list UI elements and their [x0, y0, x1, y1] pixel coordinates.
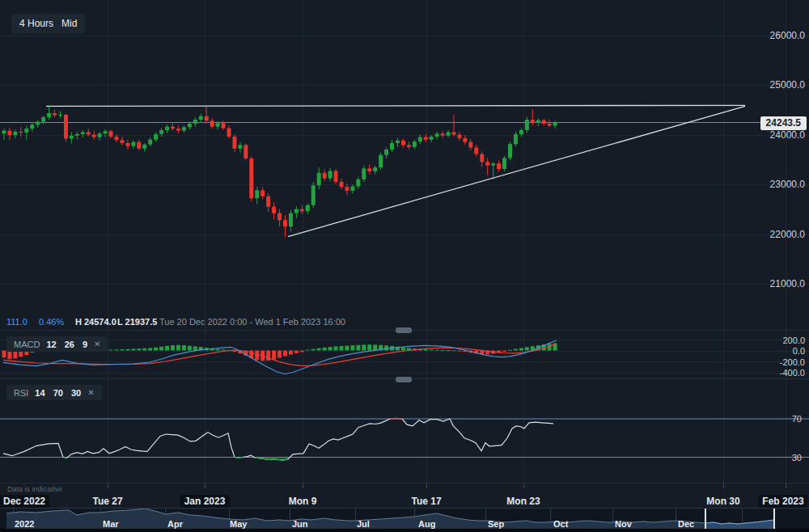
macd-axis-tick: -400.0 — [780, 367, 805, 378]
price-axis-tick: 21000.0 — [770, 278, 805, 289]
data-disclaimer: Data is indicative — [7, 485, 62, 493]
navigator-month-label: Mar — [103, 518, 119, 530]
navigator-month-label: 2022 — [15, 518, 34, 530]
macd-indicator-label[interactable]: MACD 12 26 9 ✕ — [6, 336, 108, 352]
macd-axis-tick: 0.0 — [793, 345, 805, 357]
current-price-label: 24243.5 — [760, 116, 807, 130]
time-axis-label: Feb 2023 — [758, 495, 807, 508]
price-type-button[interactable]: Mid — [53, 14, 85, 33]
time-axis-label: Tue 27 — [88, 495, 126, 508]
time-axis-label: Mon 30 — [702, 495, 743, 508]
price-axis-tick: 22000.0 — [770, 229, 805, 240]
navigator-month-label: Apr — [167, 518, 183, 530]
rsi-axis-tick: 70 — [792, 413, 802, 424]
close-icon[interactable]: ✕ — [94, 340, 100, 348]
navigator-month-label: Nov — [615, 518, 632, 530]
rsi-line — [3, 418, 553, 460]
price-axis-tick: 26000.0 — [770, 30, 805, 41]
macd-params: 12 26 9 — [46, 340, 87, 349]
chart-canvas[interactable] — [0, 0, 809, 532]
navigator-month-label: Dec — [678, 518, 694, 530]
macd-axis-tick: -200.0 — [780, 357, 805, 368]
navigator-month-label: Oct — [553, 518, 568, 530]
high-value: H 24574.0 — [75, 317, 116, 327]
navigator-month-label: Jul — [357, 518, 370, 530]
navigator-month-label: May — [230, 518, 247, 530]
price-axis-tick: 24000.0 — [770, 129, 805, 141]
close-icon[interactable]: ✕ — [87, 388, 94, 397]
candlestick-series — [2, 106, 557, 237]
ohlc-info-bar: 111.0 0.46% H 24574.0 L 21937.5 Tue 20 D… — [0, 317, 760, 328]
low-value: L 21937.5 — [117, 317, 157, 327]
macd-name: MACD — [14, 340, 40, 349]
time-axis-label: Mon 23 — [502, 495, 544, 508]
date-range: Tue 20 Dec 2022 0:00 - Wed 1 Feb 2023 16… — [159, 317, 345, 327]
panel-resize-handle[interactable] — [396, 327, 412, 333]
rsi-params: 14 70 30 — [35, 388, 81, 398]
price-axis-tick: 25000.0 — [770, 79, 805, 91]
chart-gridlines — [0, 0, 809, 488]
price-axis-tick: 23000.0 — [770, 179, 805, 190]
time-axis-label: Jan 2023 — [180, 495, 230, 508]
navigator-month-label: Aug — [418, 518, 435, 530]
rsi-indicator-label[interactable]: RSI 14 70 30 ✕ — [6, 385, 102, 400]
panel-resize-handle[interactable] — [396, 377, 412, 382]
navigator-month-label: Jun — [292, 518, 308, 530]
change-percent: 0.46% — [39, 317, 64, 327]
time-axis-label: Tue 17 — [407, 495, 445, 508]
rsi-name: RSI — [14, 388, 28, 398]
navigator-month-label: Sep — [488, 518, 504, 530]
rsi-axis-tick: 30 — [792, 452, 802, 463]
change-value: 111.0 — [6, 317, 28, 327]
navigator-handle[interactable] — [705, 509, 706, 529]
time-axis-label: Mon 9 — [285, 495, 321, 508]
trendlines[interactable] — [46, 105, 745, 236]
navigator-handle[interactable] — [773, 509, 775, 529]
time-axis-label: Dec 2022 — [0, 495, 49, 508]
macd-axis-tick: 200.0 — [782, 335, 805, 346]
trading-chart-window: 4 Hours Mid 111.0 0.46% H 24574.0 L 2193… — [0, 0, 809, 532]
